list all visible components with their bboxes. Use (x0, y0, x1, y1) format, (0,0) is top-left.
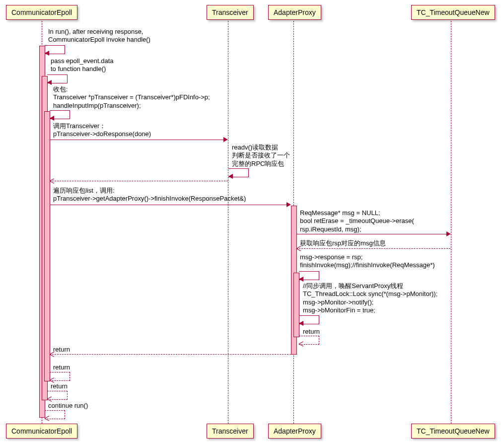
message-run-handle: In run(), after receiving response,Commu… (48, 28, 150, 44)
participant-adapter-proxy-bottom: AdapterProxy (268, 424, 321, 439)
participant-adapter-proxy-top: AdapterProxy (268, 5, 321, 20)
self-return-11 (299, 336, 319, 345)
participant-communicator-epoll-top: CommunicatorEpoll (6, 5, 77, 20)
self-return-15 (45, 410, 65, 419)
arrowhead-10 (299, 321, 303, 326)
self-return-13 (50, 372, 70, 381)
participant-communicator-epoll-bottom: CommunicatorEpoll (6, 424, 77, 439)
message-return-inner: return (303, 328, 320, 336)
participant-transceiver-top: Transceiver (207, 5, 254, 20)
arrowhead-7 (446, 231, 451, 236)
message-return-ap: return (53, 346, 70, 354)
arrowhead-5 (228, 174, 233, 179)
arrow-return-transceiver (50, 181, 228, 181)
participant-transceiver-bottom: Transceiver (207, 424, 254, 439)
message-pass-epoll-event: pass epoll_event.datato function handle(… (51, 57, 113, 74)
self-return-14 (47, 391, 68, 400)
arrow-7 (296, 234, 446, 234)
lifeline-transceiver (228, 21, 228, 424)
lifeline-tc-timeoutqueuenew (451, 21, 451, 424)
arrow-8 (296, 248, 450, 249)
message-get-msg-info: 获取响应包rsp对应的msg信息 (300, 239, 386, 247)
arrowhead-2 (47, 80, 52, 85)
arrowhead-1 (45, 51, 49, 56)
arrowhead-3 (50, 116, 54, 121)
arrow-12 (50, 354, 291, 355)
activation-ap-2 (293, 273, 299, 337)
sequence-diagram: CommunicatorEpoll Transceiver AdapterPro… (3, 3, 500, 439)
activation-ce-3 (44, 111, 50, 381)
message-sync-notify: //同步调用，唤醒ServantProxy线程TC_ThreadLock::Lo… (303, 282, 437, 314)
arrowhead-9 (299, 277, 303, 282)
participant-tc-timeoutqueuenew-top: TC_TimeoutQueueNew (411, 5, 495, 20)
message-continue-run: continue run() (48, 402, 88, 410)
message-timeout-queue-erase: ReqMessage* msg = NULL;bool retErase = _… (300, 209, 414, 233)
message-finish-invoke-msg: msg->response = rsp;finishInvoke(msg);//… (300, 253, 435, 270)
message-do-response: 调用Transceiver：pTransceiver->doResponse(d… (53, 122, 151, 139)
message-handle-input-imp: 收包:Transceiver *pTransceiver = (Transcei… (53, 85, 210, 110)
arrow-4 (50, 140, 223, 140)
message-return-ce3: return (53, 364, 70, 371)
message-readv: readv()读取数据判断是否接收了一个完整的RPC响应包 (232, 144, 290, 168)
arrow-6 (50, 205, 287, 205)
participant-tc-timeoutqueuenew-bottom: TC_TimeoutQueueNew (411, 424, 495, 439)
arrowhead-4 (223, 137, 228, 142)
message-finish-invoke-packet: 遍历响应包list，调用:pTransceiver->getAdapterPro… (53, 187, 246, 203)
arrowhead-6 (287, 202, 291, 207)
message-return-ce2: return (51, 382, 68, 390)
